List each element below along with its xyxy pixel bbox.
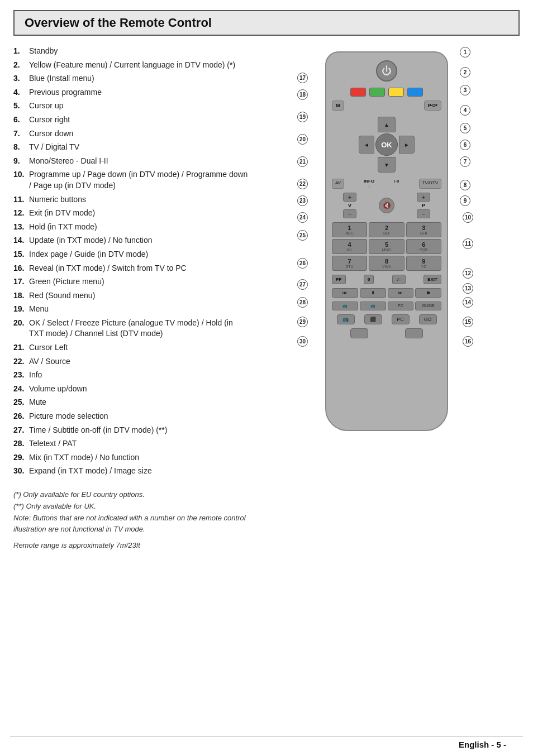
numpad-btn-4[interactable]: 4JKL xyxy=(332,239,367,254)
item-number: 11. xyxy=(13,194,29,205)
bottom-btn-5[interactable] xyxy=(350,328,368,338)
exit-button[interactable]: EXIT xyxy=(423,275,441,284)
item-desc: Red (Sound menu) xyxy=(29,290,248,302)
callout-26: 26 xyxy=(297,258,308,269)
callout-2: 2 xyxy=(460,67,470,78)
remote-body: ⏻ M P<P xyxy=(325,51,448,431)
av-info-row: AV INFO i I-II TV/DTV xyxy=(332,179,441,189)
red-button[interactable] xyxy=(350,88,366,97)
power-button[interactable]: ⏻ xyxy=(376,60,397,82)
note-line3: Note: Buttons that are not indicated wit… xyxy=(13,513,248,536)
item-number: 26. xyxy=(13,411,29,422)
numpad-btn-3[interactable]: 3GHI xyxy=(406,222,441,237)
item-desc: Expand (in TXT mode) / Image size xyxy=(29,466,248,477)
teletext-btn-2[interactable]: ⏸ xyxy=(360,288,386,298)
menu-button[interactable]: M xyxy=(332,101,344,111)
list-item: 1.Standby xyxy=(13,46,248,57)
numpad-btn-9[interactable]: 9YZ xyxy=(406,256,441,271)
teletext-btn-1[interactable]: ⏮ xyxy=(332,288,358,298)
color-buttons-row xyxy=(332,88,441,97)
item-desc: Yellow (Feature menu) / Current language… xyxy=(29,60,248,71)
item-number: 9. xyxy=(13,156,29,167)
callout-11: 11 xyxy=(463,238,473,249)
page: Overview of the Remote Control 1.Standby… xyxy=(0,0,533,756)
numpad-btn-2[interactable]: 2DEF xyxy=(369,222,404,237)
numpad-btn-7[interactable]: 7STU xyxy=(332,256,367,271)
item-number: 21. xyxy=(13,342,29,353)
list-item: 2.Yellow (Feature menu) / Current langua… xyxy=(13,60,248,71)
item-desc: Index page / Guide (in DTV mode) xyxy=(29,249,248,260)
func-btn-1[interactable]: 📺 xyxy=(332,302,358,310)
cursor-down-button[interactable]: ▼ xyxy=(378,157,396,173)
callout-6: 6 xyxy=(460,140,470,150)
bottom-btn-2[interactable]: ⬛ xyxy=(364,314,382,324)
numpad-btn-6[interactable]: 6PQR xyxy=(406,239,441,254)
item-number: 13. xyxy=(13,222,29,233)
list-item: 29.Mix (in TXT mode) / No function xyxy=(13,452,248,463)
pp-button[interactable]: PP xyxy=(332,275,346,284)
item-number: 7. xyxy=(13,128,29,140)
list-item: 26.Picture mode selection xyxy=(13,411,248,422)
item-number: 1. xyxy=(13,46,29,57)
dash-button[interactable]: -/-- xyxy=(392,275,406,284)
item-desc: Volume up/down xyxy=(29,384,248,395)
vol-down-button[interactable]: − xyxy=(343,209,356,218)
item-number: 19. xyxy=(13,304,29,315)
av-button[interactable]: AV xyxy=(332,179,344,189)
prog-up-button[interactable]: + xyxy=(417,193,430,202)
item-number: 23. xyxy=(13,370,29,381)
down-arrow-icon: ▼ xyxy=(384,162,389,168)
tvdtv-button[interactable]: TV/DTV xyxy=(419,179,441,189)
func-btn-4[interactable]: GUIDE xyxy=(415,302,441,310)
yellow-button[interactable] xyxy=(388,88,404,97)
item-desc: Picture mode selection xyxy=(29,411,248,422)
programme-group: + P − xyxy=(417,193,430,218)
list-item: 12.Exit (in DTV mode) xyxy=(13,208,248,219)
ok-button[interactable]: OK xyxy=(375,133,398,156)
item-desc: Cursor right xyxy=(29,114,248,126)
list-item: 5.Cursor up xyxy=(13,101,248,112)
list-item: 4.Previous programme xyxy=(13,87,248,98)
bottom-btn-6[interactable] xyxy=(405,328,423,338)
bottom-btn-3[interactable]: PC xyxy=(392,314,410,324)
numpad-btn-1[interactable]: 1ABC xyxy=(332,222,367,237)
pcp-button[interactable]: P<P xyxy=(424,101,441,111)
callout-13: 13 xyxy=(463,283,473,294)
bottom-btn-1[interactable]: 📺 xyxy=(337,314,355,324)
teletext-btn-3[interactable]: ⏭ xyxy=(388,288,414,298)
func-btn-2[interactable]: 📺 xyxy=(360,302,386,310)
numpad-btn-5[interactable]: 5MNO xyxy=(369,239,404,254)
power-icon: ⏻ xyxy=(382,65,392,77)
prog-down-button[interactable]: − xyxy=(417,209,430,218)
blue-button[interactable] xyxy=(407,88,423,97)
list-item: 16.Reveal (in TXT mode) / Switch from TV… xyxy=(13,263,248,274)
zero-button[interactable]: 0 xyxy=(364,275,374,284)
vol-up-button[interactable]: + xyxy=(343,193,356,202)
item-number: 27. xyxy=(13,425,29,436)
info-icon: i xyxy=(364,184,374,189)
green-button[interactable] xyxy=(369,88,385,97)
cursor-left-button[interactable]: ◄ xyxy=(359,136,374,154)
teletext-btn-4[interactable]: ⏺ xyxy=(415,288,441,298)
cursor-up-button[interactable]: ▲ xyxy=(378,117,396,132)
func-btn-3[interactable]: PC xyxy=(388,302,414,310)
item-desc: Time / Subtitle on-off (in DTV mode) (**… xyxy=(29,425,248,436)
list-item: 22.AV / Source xyxy=(13,356,248,367)
list-item: 23.Info xyxy=(13,370,248,381)
item-desc: Cursor up xyxy=(29,101,248,112)
hii-label: I-II xyxy=(394,179,399,184)
bottom-btn-4[interactable]: GD xyxy=(419,314,437,324)
list-item: 25.Mute xyxy=(13,397,248,408)
callout-17: 17 xyxy=(297,73,308,83)
mute-icon: 🔇 xyxy=(383,202,391,209)
callout-7: 7 xyxy=(460,156,470,167)
up-arrow-icon: ▲ xyxy=(384,122,389,128)
item-desc: Standby xyxy=(29,46,248,57)
mute-button[interactable]: 🔇 xyxy=(379,198,394,213)
item-number: 22. xyxy=(13,356,29,367)
callout-24: 24 xyxy=(297,212,308,223)
info-area: INFO i xyxy=(364,179,374,189)
item-number: 16. xyxy=(13,263,29,274)
cursor-right-button[interactable]: ► xyxy=(399,136,415,154)
numpad-btn-8[interactable]: 8VWX xyxy=(369,256,404,271)
